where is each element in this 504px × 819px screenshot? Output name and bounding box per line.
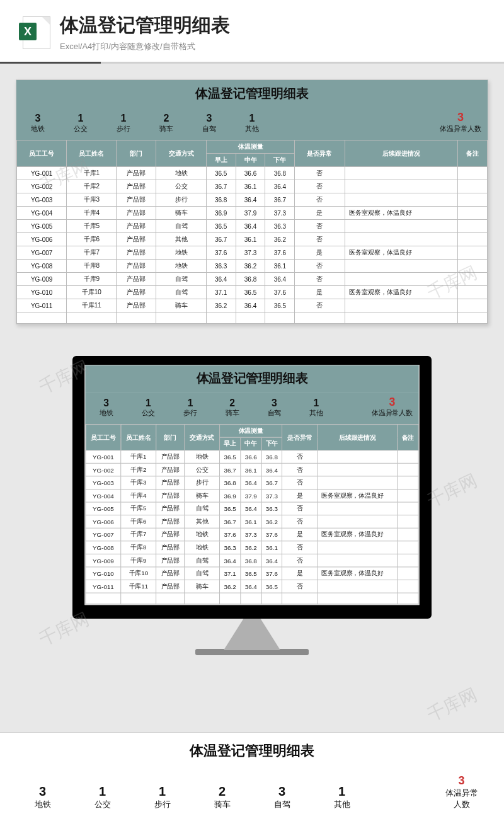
col-name: 员工姓名 <box>67 140 117 167</box>
col-afternoon: 下午 <box>261 437 282 450</box>
watermark: 千库网 <box>423 683 481 727</box>
table-row: YG-010千库10产品部自驾37.136.537.6是医务室观察，体温良好 <box>17 286 488 299</box>
summary-stat: 1步行 <box>175 398 205 418</box>
table-row: YG-006千库6产品部其他36.736.136.2否 <box>86 515 418 529</box>
table-row: YG-011千库11产品部骑车36.236.436.5否 <box>17 299 488 312</box>
col-dept: 部门 <box>117 140 156 167</box>
table-row: YG-002千库2产品部公交36.736.136.4否 <box>86 463 418 476</box>
spreadsheet-preview: 体温登记管理明细表 3地铁1公交1步行2骑车3自驾1其他3体温异常人数 员工工号… <box>16 79 488 324</box>
table-row: YG-003千库3产品部步行36.836.436.7否 <box>86 476 418 490</box>
col-followup: 后续跟进情况 <box>318 425 398 450</box>
summary-stat: 1公交 <box>66 113 96 134</box>
data-table: 员工工号 员工姓名 部门 交通方式 体温测量 是否异常 后续跟进情况 备注 早上… <box>16 140 488 324</box>
table-row: YG-006千库6产品部其他36.736.136.2否 <box>17 233 488 246</box>
summary-stat: 3自驾 <box>265 784 299 810</box>
table-row: YG-008千库8产品部地铁36.336.236.1否 <box>86 541 418 554</box>
col-remark: 备注 <box>398 425 418 450</box>
sheet-title: 体温登记管理明细表 <box>0 733 504 769</box>
summary-stat: 2骑车 <box>217 398 247 418</box>
page-subtitle: Excel/A4打印/内容随意修改/自带格式 <box>60 41 485 52</box>
table-row: YG-001千库1产品部地铁36.536.636.8否 <box>17 167 488 180</box>
col-id: 员工工号 <box>17 140 67 167</box>
col-id: 员工工号 <box>86 425 121 450</box>
table-row: YG-001千库1产品部地铁36.536.636.8否 <box>86 450 418 464</box>
col-afternoon: 下午 <box>265 154 295 167</box>
monitor-mockup: 体温登记管理明细表 3地铁1公交1步行2骑车3自驾1其他3体温异常人数 员工工号… <box>0 356 504 655</box>
summary-stat: 1其他 <box>301 398 331 418</box>
summary-stat: 3地铁 <box>23 113 53 134</box>
summary-stat: 1其他 <box>324 784 359 810</box>
col-name: 员工姓名 <box>121 425 156 450</box>
summary-stat: 1公交 <box>85 784 120 810</box>
col-noon: 中午 <box>236 154 265 167</box>
col-abnormal: 是否异常 <box>295 140 345 167</box>
summary-stat: 3地铁 <box>25 784 60 810</box>
table-row: YG-009千库9产品部自驾36.436.836.4否 <box>17 273 488 286</box>
sheet-title: 体温登记管理明细表 <box>85 365 418 392</box>
col-abnormal: 是否异常 <box>282 425 318 450</box>
col-morning: 早上 <box>220 437 241 450</box>
table-row: YG-004千库4产品部骑车36.937.937.3是医务室观察，体温良好 <box>17 207 488 220</box>
summary-stat: 2骑车 <box>151 113 181 134</box>
col-remark: 备注 <box>458 140 488 167</box>
table-row: YG-007千库7产品部地铁37.637.337.6是医务室观察，体温良好 <box>86 528 418 541</box>
col-temp-group: 体温测量 <box>220 425 282 438</box>
summary-stat: 3地铁 <box>91 398 121 418</box>
summary-stat: 1公交 <box>134 398 163 418</box>
summary-stat: 1其他 <box>237 113 267 134</box>
abnormal-count: 3体温异常人数 <box>440 111 481 134</box>
col-temp-group: 体温测量 <box>206 140 295 154</box>
col-followup: 后续跟进情况 <box>345 140 457 167</box>
summary-stat: 3自驾 <box>260 398 289 418</box>
summary-stat: 3自驾 <box>194 113 224 134</box>
table-row: YG-004千库4产品部骑车36.937.937.3是医务室观察，体温良好 <box>86 489 418 502</box>
abnormal-count: 3体温异常人数 <box>372 396 413 418</box>
summary-stat: 2骑车 <box>205 784 239 810</box>
table-row: YG-010千库10产品部自驾37.136.537.6是医务室观察，体温良好 <box>86 567 418 580</box>
page-header: X 体温登记管理明细表 Excel/A4打印/内容随意修改/自带格式 <box>0 0 504 62</box>
table-row: YG-008千库8产品部地铁36.336.236.1否 <box>17 260 488 273</box>
table-row: YG-002千库2产品部公交36.736.136.4否 <box>17 180 488 193</box>
sheet-title: 体温登记管理明细表 <box>16 80 488 107</box>
col-transport: 交通方式 <box>156 140 206 167</box>
abnormal-count: 3体温异常人数 <box>444 774 479 810</box>
table-row <box>17 312 488 324</box>
page-title: 体温登记管理明细表 <box>60 13 485 38</box>
summary-stat: 1步行 <box>108 113 139 134</box>
table-row <box>86 593 418 604</box>
col-noon: 中午 <box>241 437 261 450</box>
excel-icon: X <box>19 15 50 50</box>
header-divider <box>0 62 504 64</box>
data-table: 员工工号 员工姓名 部门 交通方式 体温测量 是否异常 后续跟进情况 备注 早上… <box>85 424 418 604</box>
table-row: YG-005千库5产品部自驾36.536.436.3否 <box>86 502 418 515</box>
col-dept: 部门 <box>156 425 185 450</box>
table-row: YG-009千库9产品部自驾36.436.836.4否 <box>86 554 418 567</box>
summary-stat: 1步行 <box>145 784 180 810</box>
table-row: YG-011千库11产品部骑车36.236.436.5否 <box>86 580 418 593</box>
table-row: YG-005千库5产品部自驾36.536.436.3否 <box>17 220 488 233</box>
table-row: YG-003千库3产品部步行36.836.436.7否 <box>17 193 488 207</box>
col-transport: 交通方式 <box>185 425 220 450</box>
col-morning: 早上 <box>206 154 236 167</box>
table-row: YG-007千库7产品部地铁37.637.337.6是医务室观察，体温良好 <box>17 246 488 260</box>
footer-preview: 体温登记管理明细表 3地铁1公交1步行2骑车3自驾1其他3体温异常人数 <box>0 732 504 819</box>
